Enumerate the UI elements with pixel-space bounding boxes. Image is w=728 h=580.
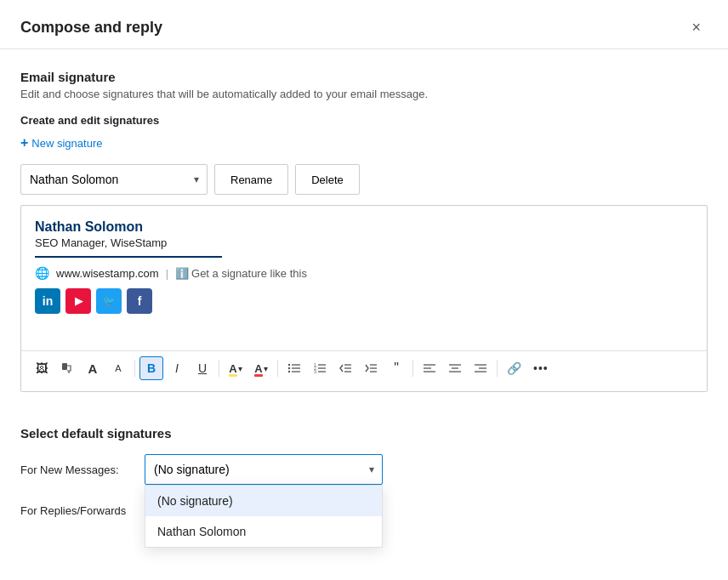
svg-rect-0 xyxy=(62,363,67,370)
decrease-indent-button[interactable] xyxy=(333,356,357,380)
insert-link-button[interactable]: 🔗 xyxy=(502,356,526,380)
new-messages-row: For New Messages: (No signature) Nathan … xyxy=(20,454,708,485)
toolbar-separator-2 xyxy=(219,360,219,377)
linkedin-icon[interactable]: in xyxy=(35,288,60,314)
signature-editor[interactable]: Nathan Solomon SEO Manager, WiseStamp 🌐 … xyxy=(20,205,708,392)
globe-icon: 🌐 xyxy=(35,266,49,280)
rename-button[interactable]: Rename xyxy=(214,164,288,195)
editor-toolbar: 🖼 A A B I U A ▾ xyxy=(21,350,707,385)
insert-image-button[interactable]: 🖼 xyxy=(30,356,54,380)
info-icon: ℹ️ xyxy=(175,267,189,280)
signature-job-title: SEO Manager, WiseStamp xyxy=(35,236,693,249)
font-color-button[interactable]: A ▾ xyxy=(249,356,273,380)
signature-divider xyxy=(35,256,222,258)
font-size-large-button[interactable]: A xyxy=(81,356,105,380)
defaults-title: Select default signatures xyxy=(20,426,708,441)
get-signature-text: Get a signature like this xyxy=(191,267,307,280)
svg-point-2 xyxy=(288,364,290,366)
blockquote-button[interactable]: " xyxy=(384,356,408,380)
delete-button[interactable]: Delete xyxy=(295,164,360,195)
align-right-button[interactable] xyxy=(469,356,492,380)
get-signature-row: ℹ️ Get a signature like this xyxy=(175,267,307,280)
email-signature-title: Email signature xyxy=(20,70,708,84)
select-defaults-section: Select default signatures For New Messag… xyxy=(0,406,728,549)
close-button[interactable]: × xyxy=(685,15,708,40)
social-icons-row: in ▶ 🐦 f xyxy=(35,288,693,314)
new-messages-select[interactable]: (No signature) Nathan Solomon xyxy=(145,454,383,485)
signature-website: www.wisestamp.com xyxy=(56,267,159,280)
dropdown-option-nathan-solomon[interactable]: Nathan Solomon xyxy=(145,516,382,547)
unordered-list-button[interactable] xyxy=(282,356,306,380)
replies-label: For Replies/Forwards xyxy=(20,504,131,517)
signature-selector-row: Nathan Solomon ▾ Rename Delete xyxy=(20,164,708,195)
email-signature-desc: Edit and choose signatures that will be … xyxy=(20,88,708,100)
highlight-color-button[interactable]: A ▾ xyxy=(224,356,247,380)
underline-button[interactable]: U xyxy=(191,356,214,380)
font-size-small-button[interactable]: A xyxy=(106,356,130,380)
svg-point-4 xyxy=(288,367,290,369)
font-color-icon: A xyxy=(254,361,262,375)
signature-dropdown-wrapper: Nathan Solomon ▾ xyxy=(20,164,208,195)
new-messages-dropdown-wrapper: (No signature) Nathan Solomon ▾ (No sign… xyxy=(145,454,383,485)
italic-button[interactable]: I xyxy=(165,356,189,380)
format-painter-button[interactable] xyxy=(55,356,79,380)
modal-header: Compose and reply × xyxy=(0,0,728,49)
toolbar-separator-5 xyxy=(497,360,498,377)
bold-button[interactable]: B xyxy=(139,356,163,380)
svg-text:3.: 3. xyxy=(314,369,317,374)
toolbar-separator-4 xyxy=(412,360,413,377)
highlight-icon: A xyxy=(229,361,236,375)
modal-body: Email signature Edit and choose signatur… xyxy=(0,49,728,406)
new-messages-label: For New Messages: xyxy=(20,463,131,476)
plus-icon: + xyxy=(20,135,28,151)
toolbar-separator-1 xyxy=(134,360,135,377)
youtube-icon[interactable]: ▶ xyxy=(65,288,91,314)
ordered-list-button[interactable]: 1.2.3. xyxy=(308,356,332,380)
align-center-button[interactable] xyxy=(443,356,467,380)
new-signature-button[interactable]: + New signature xyxy=(20,134,102,152)
twitter-icon[interactable]: 🐦 xyxy=(96,288,122,314)
compose-reply-modal: Compose and reply × Email signature Edit… xyxy=(0,0,728,580)
signature-name: Nathan Solomon xyxy=(35,219,693,235)
modal-title: Compose and reply xyxy=(20,19,162,37)
new-messages-dropdown-menu: (No signature) Nathan Solomon xyxy=(145,485,383,548)
align-left-button[interactable] xyxy=(418,356,441,380)
signature-content: Nathan Solomon SEO Manager, WiseStamp 🌐 … xyxy=(21,206,707,350)
facebook-icon[interactable]: f xyxy=(127,288,152,314)
toolbar-separator-3 xyxy=(277,360,278,377)
new-signature-label: New signature xyxy=(31,137,102,150)
separator: | xyxy=(166,267,168,280)
more-options-button[interactable]: ••• xyxy=(528,356,554,380)
increase-indent-button[interactable] xyxy=(359,356,383,380)
signature-website-row: 🌐 www.wisestamp.com | ℹ️ Get a signature… xyxy=(35,266,693,280)
signature-select[interactable]: Nathan Solomon xyxy=(20,164,208,195)
dropdown-option-no-signature[interactable]: (No signature) xyxy=(145,486,382,516)
svg-point-6 xyxy=(288,371,290,372)
create-edit-label: Create and edit signatures xyxy=(20,114,708,127)
